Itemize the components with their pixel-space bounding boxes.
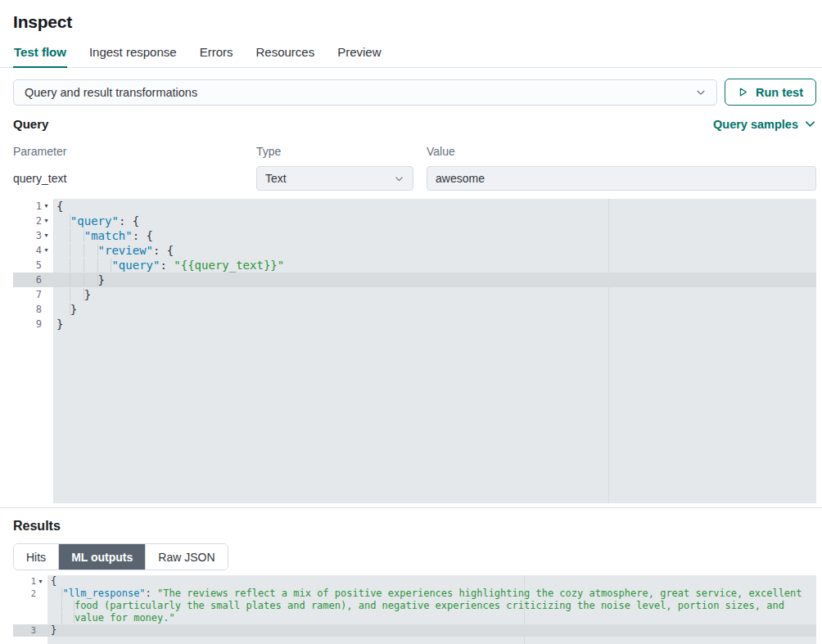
code-text: value for money." <box>47 612 175 624</box>
column-header-value: Value <box>427 145 816 166</box>
chevron-down-icon <box>804 118 816 130</box>
code-text: "match": { <box>53 228 153 243</box>
fold-arrow-icon[interactable]: ▾ <box>42 243 51 258</box>
raw-json-button[interactable]: Raw JSON <box>146 544 227 570</box>
query-samples-label: Query samples <box>713 118 798 131</box>
code-text: "query": "{{query_text}}" <box>53 258 284 272</box>
flow-select[interactable]: Query and result transformations <box>13 79 717 106</box>
line-number: 6 <box>36 272 42 287</box>
line-number: 3 <box>31 624 36 637</box>
code-text: "review": { <box>53 243 174 258</box>
chevron-down-icon <box>695 87 707 98</box>
gutter-cell: 7 <box>13 287 53 302</box>
code-line: value for money." <box>13 612 816 624</box>
tab-test-flow[interactable]: Test flow <box>13 43 67 68</box>
code-line: 2 "llm_response": "The reviews reflect a… <box>13 588 816 600</box>
gutter-cell: 5 <box>13 258 53 272</box>
run-test-button[interactable]: Run test <box>725 79 816 106</box>
inspect-panel: Inspect Test flowIngest responseErrorsRe… <box>0 0 822 644</box>
gutter-cell: 9 <box>13 317 53 331</box>
results-heading: Results <box>13 519 816 534</box>
line-number: 1 <box>36 199 42 214</box>
type-select[interactable]: Text <box>256 166 413 191</box>
code-text: } <box>47 624 56 637</box>
code-text: { <box>47 575 56 588</box>
tabs: Test flowIngest responseErrorsResourcesP… <box>0 43 822 68</box>
results-view-button-group: HitsML outputsRaw JSON <box>13 543 228 570</box>
gutter-cell[interactable]: 1▾ <box>13 575 47 588</box>
code-line: 6 } <box>13 272 816 287</box>
play-icon <box>738 87 748 97</box>
gutter-cell: 3 <box>13 624 47 637</box>
gutter-cell <box>13 612 47 624</box>
fold-arrow-icon[interactable]: ▾ <box>42 199 51 214</box>
query-samples-link[interactable]: Query samples <box>713 118 816 131</box>
toolbar: Query and result transformations Run tes… <box>0 79 822 106</box>
results-editor[interactable]: 1▾{2 "llm_response": "The reviews reflec… <box>13 575 816 644</box>
code-text: "query": { <box>53 214 139 228</box>
code-line: 3} <box>13 624 816 637</box>
code-text: } <box>53 317 63 331</box>
flow-select-value: Query and result transformations <box>25 86 197 99</box>
column-header-parameter: Parameter <box>13 145 256 166</box>
parameter-name: query_text <box>13 172 256 185</box>
query-heading: Query <box>13 117 48 131</box>
type-select-value: Text <box>265 172 287 185</box>
line-number: 3 <box>36 228 42 243</box>
code-line: 5 "query": "{{query_text}}" <box>13 258 816 272</box>
code-line: 9} <box>13 317 816 331</box>
gutter-cell <box>13 600 47 612</box>
line-number: 4 <box>36 243 42 258</box>
line-number: 7 <box>36 287 42 302</box>
fold-arrow-icon[interactable]: ▾ <box>42 228 51 243</box>
hits-button[interactable]: Hits <box>14 544 59 570</box>
code-text: } <box>53 287 91 302</box>
code-line: 8 } <box>13 302 816 317</box>
code-line: 4▾ "review": { <box>13 243 816 258</box>
line-number: 9 <box>36 317 42 331</box>
tab-preview[interactable]: Preview <box>336 43 382 68</box>
code-text: { <box>53 199 63 214</box>
tab-errors[interactable]: Errors <box>199 43 234 68</box>
gutter-cell: 2 <box>13 588 47 600</box>
code-line: 1▾{ <box>13 575 816 588</box>
code-line: food (particularly the small plates and … <box>13 600 816 612</box>
code-text: } <box>53 272 105 287</box>
code-line: 7 } <box>13 287 816 302</box>
code-text: } <box>53 302 77 317</box>
code-line: 3▾ "match": { <box>13 228 816 243</box>
gutter-cell: 6 <box>13 272 53 287</box>
gutter-cell[interactable]: 4▾ <box>13 243 53 258</box>
fold-arrow-icon[interactable]: ▾ <box>42 214 51 228</box>
line-number: 2 <box>31 588 36 600</box>
tab-resources[interactable]: Resources <box>255 43 315 68</box>
query-header-row: Query Query samples <box>0 117 822 131</box>
section-divider <box>0 507 822 508</box>
gutter-cell[interactable]: 2▾ <box>13 214 53 228</box>
page-title: Inspect <box>13 12 809 32</box>
chevron-down-icon <box>394 173 404 184</box>
run-test-label: Run test <box>756 86 803 99</box>
tab-ingest-response[interactable]: Ingest response <box>88 43 178 68</box>
column-header-type: Type <box>256 145 427 166</box>
code-text: "llm_response": "The reviews reflect a m… <box>47 588 802 600</box>
line-number: 2 <box>36 214 42 228</box>
ml-outputs-button[interactable]: ML outputs <box>59 544 146 570</box>
code-line: 2▾ "query": { <box>13 214 816 228</box>
fold-arrow-icon[interactable]: ▾ <box>36 575 45 588</box>
code-text: food (particularly the small plates and … <box>47 600 784 612</box>
line-number: 8 <box>36 302 42 317</box>
query-editor[interactable]: 1▾{2▾ "query": {3▾ "match": {4▾ "review"… <box>13 199 816 503</box>
gutter-cell[interactable]: 3▾ <box>13 228 53 243</box>
gutter-cell[interactable]: 1▾ <box>13 199 53 214</box>
gutter-cell: 8 <box>13 302 53 317</box>
code-line: 1▾{ <box>13 199 816 214</box>
line-number: 5 <box>36 258 42 272</box>
parameter-table: Parameter Type Value query_text Text <box>0 145 822 191</box>
value-input[interactable] <box>427 166 816 191</box>
